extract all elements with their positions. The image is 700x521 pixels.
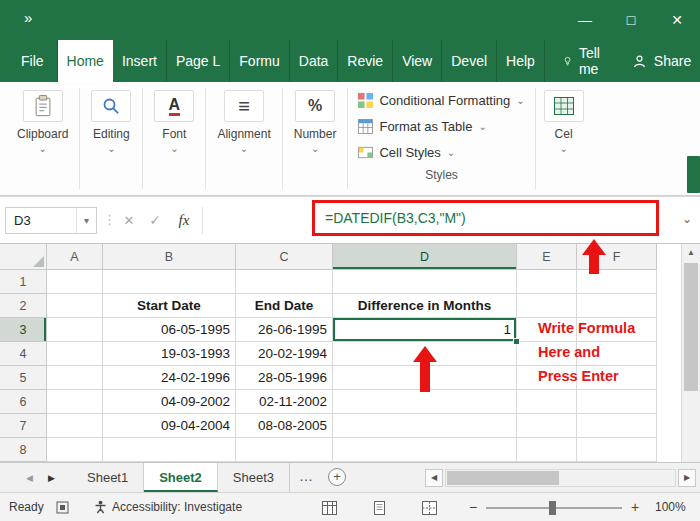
cell-c1[interactable]: [236, 270, 333, 294]
row-header-2[interactable]: 2: [0, 294, 47, 318]
cell-a5[interactable]: [47, 366, 103, 390]
tab-review[interactable]: Revie: [338, 40, 393, 82]
cell-b4[interactable]: 19-03-1993: [103, 342, 236, 366]
insert-function-icon[interactable]: fx: [171, 207, 197, 234]
select-all-corner[interactable]: [0, 244, 47, 270]
tab-page-layout[interactable]: Page L: [167, 40, 230, 82]
tab-insert[interactable]: Insert: [113, 40, 167, 82]
cell-a8[interactable]: [47, 438, 103, 462]
cell-b2[interactable]: Start Date: [103, 294, 236, 318]
horizontal-scrollbar-thumb[interactable]: [447, 471, 559, 485]
conditional-formatting-button[interactable]: Conditional Formatting ⌄: [358, 87, 524, 113]
tell-me-button[interactable]: Tell me: [551, 40, 618, 82]
cell-b6[interactable]: 04-09-2002: [103, 390, 236, 414]
row-header-5[interactable]: 5: [0, 366, 47, 390]
cell-a1[interactable]: [47, 270, 103, 294]
zoom-slider[interactable]: [486, 507, 622, 509]
vertical-scrollbar[interactable]: ▲: [681, 244, 700, 462]
new-sheet-button[interactable]: +: [328, 468, 346, 486]
ribbon-group-alignment[interactable]: ≡ Alignment ⌄: [206, 82, 281, 195]
tab-home[interactable]: Home: [58, 40, 113, 82]
cell-f7[interactable]: [577, 414, 657, 438]
qat-overflow-chevron-icon[interactable]: »: [24, 9, 32, 26]
column-header-e[interactable]: E: [517, 244, 577, 270]
column-header-a[interactable]: A: [47, 244, 103, 270]
sheet-tab-sheet3[interactable]: Sheet3: [218, 463, 290, 492]
cell-e8[interactable]: [517, 438, 577, 462]
ribbon-group-editing[interactable]: Editing ⌄: [80, 82, 142, 195]
zoom-slider-thumb[interactable]: [549, 501, 556, 515]
cell-e2[interactable]: [517, 294, 577, 318]
tab-view[interactable]: View: [393, 40, 442, 82]
cell-c8[interactable]: [236, 438, 333, 462]
cell-b7[interactable]: 09-04-2004: [103, 414, 236, 438]
ribbon-group-cells[interactable]: Cel ⌄: [536, 82, 592, 195]
ribbon-group-number[interactable]: % Number ⌄: [283, 82, 348, 195]
cell-c3[interactable]: 26-06-1995: [236, 318, 333, 342]
tab-help[interactable]: Help: [497, 40, 545, 82]
horizontal-scrollbar[interactable]: [445, 469, 676, 487]
sheet-tab-sheet2-active[interactable]: Sheet2: [144, 463, 218, 492]
cell-a2[interactable]: [47, 294, 103, 318]
hscroll-right-icon[interactable]: ▶: [678, 469, 696, 487]
cell-a4[interactable]: [47, 342, 103, 366]
sheet-tab-sheet1[interactable]: Sheet1: [72, 463, 144, 492]
cell-d6[interactable]: [333, 390, 517, 414]
name-box-dropdown-icon[interactable]: ▾: [76, 208, 96, 233]
cell-b3[interactable]: 06-05-1995: [103, 318, 236, 342]
cell-d8[interactable]: [333, 438, 517, 462]
row-header-7[interactable]: 7: [0, 414, 47, 438]
formula-bar-expand-icon[interactable]: ⌄: [682, 212, 692, 226]
scroll-up-icon[interactable]: ▲: [682, 244, 700, 261]
accessibility-status[interactable]: Accessibility: Investigate: [94, 500, 242, 514]
more-sheets-button[interactable]: …: [290, 463, 322, 492]
cell-c4[interactable]: 20-02-1994: [236, 342, 333, 366]
cell-e1[interactable]: [517, 270, 577, 294]
column-header-b[interactable]: B: [103, 244, 236, 270]
cell-f2[interactable]: [577, 294, 657, 318]
zoom-in-button[interactable]: +: [628, 499, 642, 515]
row-header-1[interactable]: 1: [0, 270, 47, 294]
macro-record-icon[interactable]: [56, 501, 69, 517]
page-layout-view-icon[interactable]: [372, 501, 387, 518]
page-break-view-icon[interactable]: [422, 501, 437, 518]
vertical-scrollbar-thumb[interactable]: [684, 263, 698, 391]
name-box[interactable]: D3 ▾: [5, 207, 97, 234]
cell-c5[interactable]: 28-05-1996: [236, 366, 333, 390]
cell-a7[interactable]: [47, 414, 103, 438]
row-header-3[interactable]: 3: [0, 318, 47, 342]
row-header-8[interactable]: 8: [0, 438, 47, 462]
cell-a6[interactable]: [47, 390, 103, 414]
format-as-table-button[interactable]: Format as Table ⌄: [358, 113, 524, 139]
zoom-out-button[interactable]: −: [466, 499, 480, 515]
cell-styles-button[interactable]: Cell Styles ⌄: [358, 139, 524, 165]
column-header-d[interactable]: D: [333, 244, 517, 270]
cell-d2[interactable]: Difference in Months: [333, 294, 517, 318]
tab-formulas[interactable]: Formu: [230, 40, 289, 82]
cell-a3[interactable]: [47, 318, 103, 342]
zoom-level[interactable]: 100%: [655, 500, 686, 514]
formula-input[interactable]: =DATEDIF(B3,C3,"M"): [325, 201, 466, 235]
row-header-6[interactable]: 6: [0, 390, 47, 414]
row-header-4[interactable]: 4: [0, 342, 47, 366]
cell-c7[interactable]: 08-08-2005: [236, 414, 333, 438]
tab-scroll-left-icon[interactable]: ◀: [26, 473, 33, 483]
ribbon-group-font[interactable]: A Font ⌄: [143, 82, 205, 195]
maximize-button[interactable]: □: [608, 0, 654, 40]
formula-bar-handle-icon[interactable]: ⋮: [103, 212, 116, 227]
cell-b1[interactable]: [103, 270, 236, 294]
tab-scroll-right-icon[interactable]: ▶: [48, 473, 55, 483]
tab-developer[interactable]: Devel: [442, 40, 497, 82]
fill-handle[interactable]: [513, 338, 520, 345]
enter-icon[interactable]: ✓: [143, 207, 167, 234]
share-button[interactable]: Share: [618, 40, 700, 82]
cell-f6[interactable]: [577, 390, 657, 414]
cell-c2[interactable]: End Date: [236, 294, 333, 318]
minimize-button[interactable]: —: [562, 0, 608, 40]
cell-d7[interactable]: [333, 414, 517, 438]
ribbon-group-clipboard[interactable]: Clipboard ⌄: [6, 82, 79, 195]
tab-file[interactable]: File: [8, 40, 58, 82]
hscroll-left-icon[interactable]: ◀: [425, 469, 443, 487]
cell-c6[interactable]: 02-11-2002: [236, 390, 333, 414]
cell-e6[interactable]: [517, 390, 577, 414]
